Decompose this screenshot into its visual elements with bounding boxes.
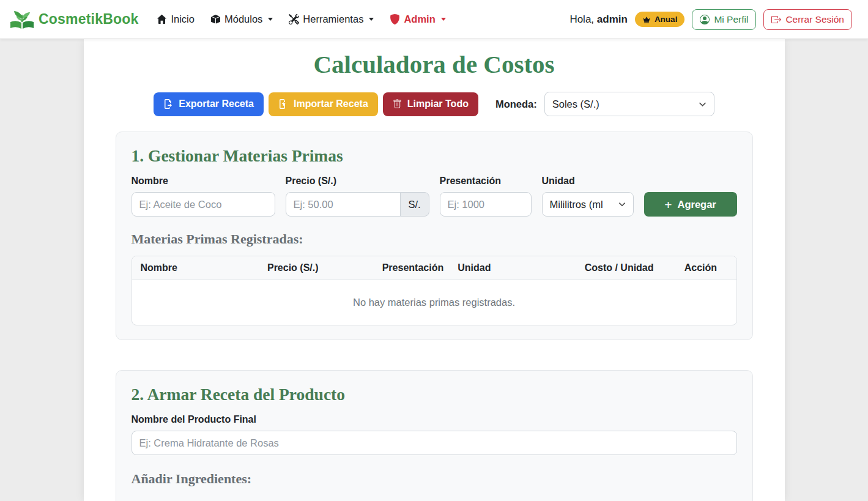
toolbar: Exportar Receta Importar Receta Limpiar …	[84, 92, 785, 116]
material-presentation-input[interactable]	[440, 192, 532, 217]
column-header-costo-unidad: Costo / Unidad	[576, 256, 676, 280]
username: admin	[597, 13, 628, 25]
logout-icon	[771, 15, 781, 24]
currency-select[interactable]: Soles (S/.)	[544, 92, 714, 116]
column-header-unidad: Unidad	[449, 256, 576, 280]
plan-badge-label: Anual	[655, 15, 678, 24]
unit-field-label: Unidad	[542, 176, 634, 187]
brand-logo[interactable]: CosmetikBook	[9, 9, 138, 31]
content-area: 1. Gestionar Materias Primas Nombre Prec…	[116, 132, 753, 501]
plus-icon: +	[664, 198, 672, 211]
file-import-icon	[278, 99, 288, 109]
import-recipe-label: Importar Receta	[294, 98, 368, 109]
profile-button[interactable]: Mi Perfil	[692, 9, 756, 30]
ingredients-title: Añadir Ingredientes:	[132, 471, 737, 487]
person-circle-icon	[700, 15, 710, 24]
nav-label: Inicio	[171, 13, 195, 25]
nav-label: Herramientas	[303, 13, 363, 25]
product-name-input[interactable]	[132, 431, 737, 455]
materials-table-header: Nombre Precio (S/.) Presentación Unidad …	[132, 256, 736, 280]
materials-section-title: 1. Gestionar Materias Primas	[132, 146, 737, 166]
export-recipe-button[interactable]: Exportar Receta	[154, 92, 264, 116]
materials-table-title: Materias Primas Registradas:	[132, 231, 737, 247]
materials-card: 1. Gestionar Materias Primas Nombre Prec…	[116, 132, 753, 340]
import-recipe-button[interactable]: Importar Receta	[269, 92, 378, 116]
unit-selected-value: Mililitros (ml	[550, 199, 603, 210]
trash-icon	[393, 99, 402, 109]
caret-down-icon	[441, 18, 446, 21]
file-export-icon	[163, 99, 173, 109]
presentation-field-label: Presentación	[440, 176, 532, 187]
profile-button-label: Mi Perfil	[714, 14, 748, 25]
currency-label: Moneda:	[495, 98, 537, 110]
materials-form: Nombre Precio (S/.) S/. Presentación Uni…	[132, 176, 737, 217]
caret-down-icon	[369, 18, 374, 21]
currency-addon: S/.	[400, 192, 429, 217]
add-material-label: Agregar	[677, 199, 716, 210]
column-header-accion: Acción	[676, 256, 736, 280]
unit-select[interactable]: Mililitros (ml	[542, 192, 634, 217]
logout-button[interactable]: Cerrar Sesión	[763, 9, 852, 30]
greeting-text: Hola, admin	[569, 13, 627, 26]
currency-selected-value: Soles (S/.)	[552, 98, 599, 110]
empty-table-message: No hay materias primas registradas.	[132, 280, 736, 325]
clear-all-label: Limpiar Todo	[407, 98, 469, 109]
name-field-label: Nombre	[132, 176, 275, 187]
main-page: Calculadora de Costos Exportar Receta Im…	[84, 39, 785, 501]
price-field-label: Precio (S/.)	[286, 176, 429, 187]
export-recipe-label: Exportar Receta	[179, 98, 254, 109]
column-header-nombre: Nombre	[132, 256, 259, 280]
main-nav: Inicio Módulos Herramientas Admin	[157, 13, 445, 25]
column-header-precio: Precio (S/.)	[259, 256, 374, 280]
nav-item-herramientas[interactable]: Herramientas	[289, 13, 374, 25]
nav-item-admin[interactable]: Admin	[390, 13, 445, 25]
material-price-input[interactable]	[286, 192, 401, 217]
material-name-input[interactable]	[132, 192, 275, 217]
plan-badge: Anual	[635, 12, 685, 27]
nav-label: Admin	[404, 13, 435, 25]
caret-down-icon	[268, 18, 273, 21]
greeting-word: Hola,	[569, 13, 594, 25]
nav-item-modulos[interactable]: Módulos	[210, 13, 273, 25]
box-icon	[210, 14, 221, 24]
nav-label: Módulos	[224, 13, 262, 25]
brand-name: CosmetikBook	[39, 11, 138, 28]
column-header-presentacion: Presentación	[374, 256, 450, 280]
book-plant-logo-icon	[9, 9, 35, 31]
navbar-user-area: Hola, admin Anual Mi Perfil Cerrar Sesió…	[569, 9, 852, 30]
product-name-label: Nombre del Producto Final	[132, 414, 737, 425]
recipe-card: 2. Armar Receta del Producto Nombre del …	[116, 370, 753, 501]
clear-all-button[interactable]: Limpiar Todo	[383, 92, 478, 116]
nav-item-inicio[interactable]: Inicio	[157, 13, 195, 25]
materials-table: Nombre Precio (S/.) Presentación Unidad …	[132, 256, 737, 325]
crown-icon	[642, 15, 651, 23]
add-material-button[interactable]: + Agregar	[644, 192, 737, 217]
home-icon	[157, 14, 167, 24]
chevron-down-icon	[699, 100, 707, 108]
shield-icon	[390, 14, 400, 24]
tools-icon	[289, 14, 299, 24]
logout-button-label: Cerrar Sesión	[785, 14, 844, 25]
chevron-down-icon	[618, 201, 626, 208]
recipe-section-title: 2. Armar Receta del Producto	[132, 385, 737, 404]
page-title: Calculadora de Costos	[84, 50, 785, 79]
navbar: CosmetikBook Inicio Módulos Herramientas	[0, 0, 868, 39]
